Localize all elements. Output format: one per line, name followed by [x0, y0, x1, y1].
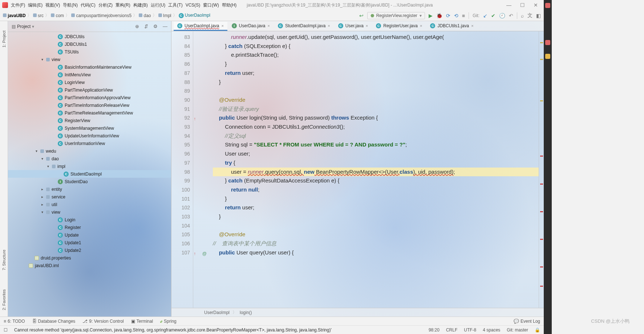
close-button[interactable]: ✕: [534, 2, 538, 8]
event-log[interactable]: 💬 Event Log: [514, 319, 540, 324]
tool-tab-project[interactable]: 1: Project: [1, 28, 7, 49]
close-tab-icon[interactable]: ×: [268, 24, 270, 28]
tree-node[interactable]: ▸entity: [8, 185, 171, 193]
tree-node[interactable]: ▾impl: [8, 162, 171, 170]
menu-item[interactable]: VCS(S): [184, 2, 202, 8]
tool-terminal[interactable]: ▣ Terminal: [131, 319, 153, 324]
tree-node[interactable]: CPartTimeApplicationView: [8, 86, 171, 94]
close-tab-icon[interactable]: ×: [471, 24, 473, 28]
tree-node[interactable]: CStudentDaoImpl: [8, 170, 171, 178]
tree-node[interactable]: CRegister: [8, 224, 171, 231]
tree-node[interactable]: CUpdate2: [8, 246, 171, 254]
stop-button[interactable]: ■: [462, 13, 465, 19]
close-tab-icon[interactable]: ×: [420, 24, 422, 28]
tree-node[interactable]: ▸util: [8, 201, 171, 208]
line-separator[interactable]: CRLF: [446, 327, 457, 333]
tree-node[interactable]: CPartTimeReleaseManagementView: [8, 109, 171, 117]
git-branch[interactable]: Git: master: [507, 327, 528, 333]
caret-position[interactable]: 98:20: [429, 327, 440, 333]
ide-settings-icon[interactable]: 文: [527, 12, 532, 19]
menu-item[interactable]: 编辑(E): [27, 2, 44, 8]
tool-vcs[interactable]: ⎇ 9: Version Control: [82, 319, 123, 324]
line-gutter[interactable]: 83848586878889909192↑9394959697989910010…: [171, 31, 193, 308]
breadcrumb[interactable]: javaUBD〉 src〉 com〉 campusparttimejobvers…: [3, 12, 210, 19]
file-encoding[interactable]: UTF-8: [464, 327, 476, 333]
tool-db-changes[interactable]: 🗄 Database Changes: [32, 319, 76, 324]
menu-item[interactable]: 导航(N): [61, 2, 79, 8]
settings-gear-icon[interactable]: ⚙: [153, 24, 158, 29]
back-nav-icon[interactable]: ↩: [359, 13, 364, 19]
coverage-button[interactable]: ⟳: [446, 13, 450, 19]
menu-item[interactable]: 代码(C): [79, 2, 97, 8]
menu-item[interactable]: 重构(R): [114, 2, 132, 8]
tree-node[interactable]: CPartTimeInformationApprovalView: [8, 94, 171, 101]
vcs-update-icon[interactable]: ↙: [483, 13, 487, 19]
menu-item[interactable]: 工具(T): [167, 2, 184, 8]
editor-tab[interactable]: CUserDaoImpl.java×: [174, 22, 227, 31]
expand-panel-icon[interactable]: ◧: [536, 13, 541, 19]
tree-node[interactable]: CUpdateUserInformationView: [8, 132, 171, 140]
project-tree[interactable]: CJDBCUtilsCJDBCUtils1CTSUtils▾viewCBasic…: [8, 32, 171, 317]
maximize-button[interactable]: ☐: [520, 2, 525, 8]
tree-node[interactable]: CJDBCUtils: [8, 33, 171, 40]
tool-spring[interactable]: ⸙ Spring: [160, 319, 177, 324]
tree-node[interactable]: CBasicInformationMaintenanceView: [8, 63, 171, 71]
editor-breadcrumb[interactable]: UserDaoImpl〉login(): [171, 308, 544, 317]
tree-node[interactable]: ▾view: [8, 56, 171, 63]
search-everywhere-icon[interactable]: ⌕: [521, 13, 524, 19]
menu-item[interactable]: 构建(B): [132, 2, 149, 8]
debug-button[interactable]: 🐞: [436, 13, 442, 19]
tree-node[interactable]: IStudentDao: [8, 178, 171, 185]
tree-node[interactable]: ▾view: [8, 208, 171, 216]
tool-tab-favorites[interactable]: 2: Favorites: [1, 287, 7, 312]
tree-node[interactable]: CLoginView: [8, 79, 171, 86]
menu-item[interactable]: 帮助(H): [220, 2, 238, 8]
close-tab-icon[interactable]: ×: [366, 24, 368, 28]
menu-item[interactable]: 窗口(W): [202, 2, 220, 8]
tool-todo[interactable]: ≡ 6: TODO: [4, 319, 25, 324]
expand-all-icon[interactable]: ⇵: [144, 24, 148, 29]
lock-icon[interactable]: 🔒: [535, 327, 540, 333]
editor-tab[interactable]: CJDBCUtils1.java×: [426, 22, 477, 31]
minimize-button[interactable]: —: [506, 2, 511, 8]
menu-item[interactable]: 视图(V): [44, 2, 61, 8]
profile-button[interactable]: ⟲: [454, 13, 458, 19]
rs-icon-1[interactable]: [545, 3, 550, 8]
tree-node[interactable]: ▾dao: [8, 155, 171, 162]
tree-node[interactable]: CJDBCUtils1: [8, 40, 171, 48]
menu-item[interactable]: 运行(U): [149, 2, 167, 8]
hide-panel-icon[interactable]: —: [163, 24, 167, 29]
vcs-rollback-icon[interactable]: ↶: [509, 13, 513, 19]
tree-node[interactable]: javaUBD.iml: [8, 262, 171, 269]
rs-icon-3[interactable]: [545, 54, 550, 59]
tool-tab-structure[interactable]: 7: Structure: [1, 248, 7, 273]
indent-setting[interactable]: 4 spaces: [483, 327, 500, 333]
code-editor[interactable]: runner.update(sql, user.getUid(), user.g…: [209, 31, 539, 308]
project-view-select[interactable]: ▤Project▾: [12, 24, 34, 29]
tree-node[interactable]: CSystemManagementView: [8, 124, 171, 132]
tree-node[interactable]: CRegisterView: [8, 117, 171, 124]
tree-node[interactable]: CLogin: [8, 216, 171, 224]
vcs-history-icon[interactable]: 🕘: [499, 13, 505, 19]
editor-tab[interactable]: CStudentDaoImpl.java×: [274, 22, 334, 31]
tree-node[interactable]: CUserInformationView: [8, 140, 171, 147]
editor-tab[interactable]: CRegisterUser.java×: [372, 22, 426, 31]
close-tab-icon[interactable]: ×: [221, 24, 223, 28]
tree-node[interactable]: CInitMenuView: [8, 71, 171, 79]
run-button[interactable]: ▶: [429, 13, 433, 19]
rs-icon-2[interactable]: [545, 40, 550, 45]
tree-node[interactable]: CTSUtils: [8, 48, 171, 56]
error-stripe[interactable]: [539, 31, 544, 308]
tree-node[interactable]: CPartTimeInformationReleaseView: [8, 101, 171, 109]
vcs-commit-icon[interactable]: ✔: [491, 13, 495, 19]
menu-item[interactable]: 文件(F): [9, 2, 27, 8]
menu-item[interactable]: 分析(Z): [97, 2, 114, 8]
tree-node[interactable]: druid.properties: [8, 254, 171, 262]
tree-node[interactable]: CUpdate: [8, 231, 171, 239]
editor-tab[interactable]: CUser.java×: [335, 22, 372, 31]
close-tab-icon[interactable]: ×: [328, 24, 330, 28]
locate-icon[interactable]: ⊕: [135, 24, 139, 29]
run-config-dropdown[interactable]: ⬣ RegisterView.register ▾: [367, 12, 425, 19]
tree-node[interactable]: CUpdate1: [8, 239, 171, 246]
tree-node[interactable]: ▸service: [8, 193, 171, 201]
